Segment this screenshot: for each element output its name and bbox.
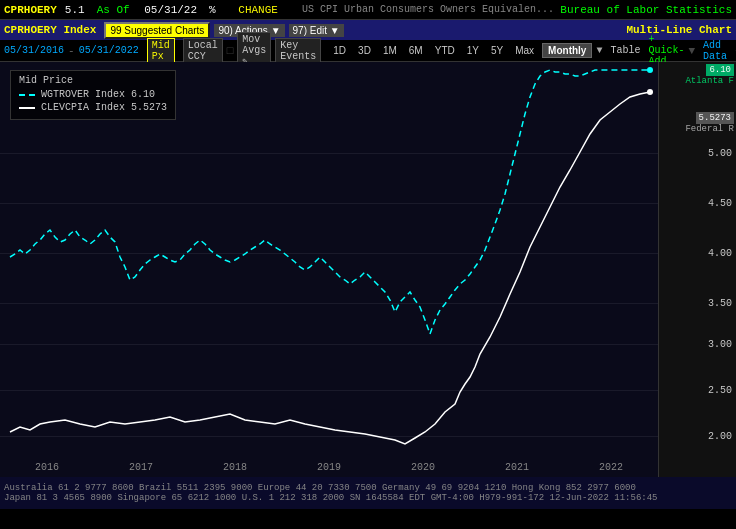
time-6m[interactable]: 6M	[405, 44, 427, 57]
x-label-2019: 2019	[317, 462, 341, 473]
time-ytd[interactable]: YTD	[431, 44, 459, 57]
y-label-300: 3.00	[708, 339, 732, 350]
y-label-200: 2.00	[708, 430, 732, 441]
legend-clevcpia-value: 5.5273	[131, 102, 167, 113]
x-axis: 2016 2017 2018 2019 2020 2021 2022	[0, 457, 658, 477]
y-axis: 6.10 Atlanta F 5.5273 Federal R 5.00 4.5…	[658, 62, 736, 477]
monthly-button[interactable]: Monthly	[542, 43, 592, 58]
legend-wgtrover-label: WGTROVER Index	[41, 89, 125, 100]
x-label-2017: 2017	[129, 462, 153, 473]
bottom-line1: Australia 61 2 9777 8600 Brazil 5511 239…	[4, 483, 732, 493]
top-value: 5.1	[65, 4, 85, 16]
legend-item-wgtrover: WGTROVER Index 6.10	[19, 89, 167, 100]
time-1y[interactable]: 1Y	[463, 44, 483, 57]
time-1d[interactable]: 1D	[329, 44, 350, 57]
date-to[interactable]: 05/31/2022	[79, 45, 139, 56]
x-label-2020: 2020	[411, 462, 435, 473]
title-bar: CPRHOERY Index 99 Suggested Charts 90) A…	[0, 20, 736, 40]
solid-line-icon	[19, 107, 35, 109]
time-max[interactable]: Max	[511, 44, 538, 57]
local-ccy-button[interactable]: Local CCY	[183, 38, 223, 64]
index-title: CPRHOERY Index	[4, 24, 96, 36]
legend-title: Mid Price	[19, 75, 167, 86]
x-label-2018: 2018	[223, 462, 247, 473]
suggested-charts-button[interactable]: 99 Suggested Charts	[104, 22, 210, 39]
x-label-2021: 2021	[505, 462, 529, 473]
y-label-federal: Federal R	[685, 124, 734, 134]
y-label-6-10: 6.10	[706, 64, 734, 76]
top-ticker: CPRHOERY	[4, 4, 57, 16]
y-label-atlanta: Atlanta F	[685, 76, 734, 86]
legend: Mid Price WGTROVER Index 6.10 CLEVCPIA I…	[10, 70, 176, 120]
date-from[interactable]: 05/31/2016	[4, 45, 64, 56]
add-data-button[interactable]: Add Data	[703, 40, 727, 62]
bottom-line2: Japan 81 3 4565 8900 Singapore 65 6212 1…	[4, 493, 732, 503]
x-label-2022: 2022	[599, 462, 623, 473]
top-pct-label: %	[209, 4, 216, 16]
dashed-line-endpoint	[647, 67, 653, 73]
legend-item-clevcpia: CLEVCPIA Index 5.5273	[19, 102, 167, 113]
x-label-2016: 2016	[35, 462, 59, 473]
y-label-400: 4.00	[708, 247, 732, 258]
y-label-500: 5.00	[708, 148, 732, 159]
controls-bar: 05/31/2016 - 05/31/2022 Mid Px Local CCY…	[0, 40, 736, 62]
y-label-450: 4.50	[708, 198, 732, 209]
chart-area: Mid Price WGTROVER Index 6.10 CLEVCPIA I…	[0, 62, 736, 477]
y-label-5527: 5.5273	[696, 112, 734, 124]
solid-line-endpoint	[647, 89, 653, 95]
top-source: Bureau of Labor Statistics	[560, 4, 732, 16]
time-5y[interactable]: 5Y	[487, 44, 507, 57]
legend-clevcpia-label: CLEVCPIA Index	[41, 102, 125, 113]
top-asof-label: As Of	[97, 4, 130, 16]
legend-wgtrover-value: 6.10	[131, 89, 155, 100]
top-bar: CPRHOERY 5.1 As Of 05/31/22 % CHANGE US …	[0, 0, 736, 20]
time-1m[interactable]: 1M	[379, 44, 401, 57]
time-3d[interactable]: 3D	[354, 44, 375, 57]
edit-button[interactable]: 97) Edit ▼	[289, 24, 344, 37]
top-change-label: CHANGE	[238, 4, 278, 16]
y-label-350: 3.50	[708, 297, 732, 308]
dashed-line-icon	[19, 94, 35, 96]
chart-svg	[0, 62, 658, 477]
y-label-250: 2.50	[708, 384, 732, 395]
us-cpi-label: US CPI Urban Consumers Owners Equivalen.…	[290, 4, 560, 15]
chart-toggle-icon[interactable]: ▼	[596, 45, 602, 56]
bottom-bar: Australia 61 2 9777 8600 Brazil 5511 239…	[0, 477, 736, 509]
table-button[interactable]: Table	[610, 45, 640, 56]
top-date: 05/31/22	[144, 4, 197, 16]
mid-px-button[interactable]: Mid Px	[147, 38, 175, 64]
key-events-button[interactable]: Key Events	[275, 38, 321, 64]
